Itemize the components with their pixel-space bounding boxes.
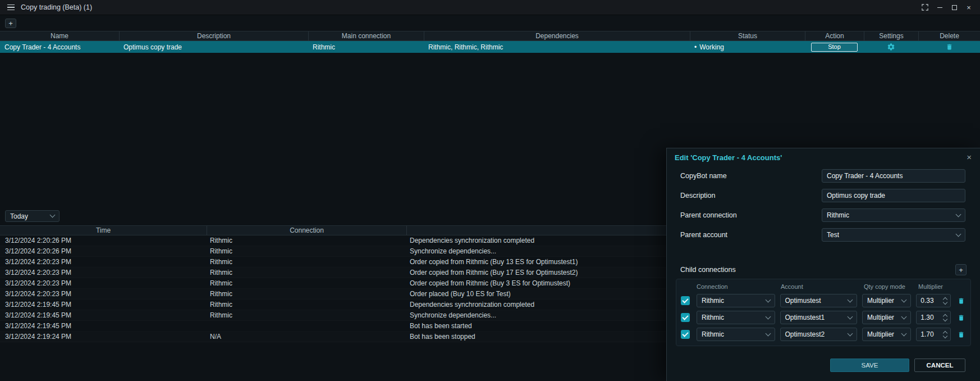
fullscreen-icon[interactable] xyxy=(919,2,931,13)
close-icon[interactable]: × xyxy=(963,2,974,13)
child-enabled-checkbox[interactable] xyxy=(681,313,690,322)
log-time: 3/12/2024 2:19:45 PM xyxy=(0,310,207,320)
bot-delete-cell xyxy=(918,41,980,53)
child-account-select[interactable]: Optimustest1 xyxy=(780,311,858,324)
app-window: Copy trading (Beta) (1) × + Name Descrip… xyxy=(0,0,980,381)
settings-gear-icon[interactable] xyxy=(887,43,895,51)
child-qty-mode-value: Multiplier xyxy=(867,314,894,321)
column-header-delete: Delete xyxy=(918,31,980,40)
description-label: Description xyxy=(680,192,822,199)
edit-bot-dialog: Edit 'Copy Trader - 4 Accounts' × CopyBo… xyxy=(666,148,980,381)
log-time: 3/12/2024 2:20:23 PM xyxy=(0,289,207,299)
toolbar: + xyxy=(0,15,980,31)
save-button[interactable]: SAVE xyxy=(830,359,909,372)
log-connection: Rithmic xyxy=(207,289,406,299)
child-qty-mode-select[interactable]: Multiplier xyxy=(862,294,911,307)
bots-table-header: Name Description Main connection Depende… xyxy=(0,31,980,41)
menu-icon[interactable] xyxy=(6,2,16,12)
multiplier-stepper[interactable] xyxy=(944,332,950,338)
child-multiplier-input[interactable] xyxy=(917,297,944,305)
parent-connection-value: Rithmic xyxy=(827,211,849,219)
child-account-select[interactable]: Optimustest xyxy=(780,294,858,307)
add-child-connection-button[interactable]: + xyxy=(955,264,967,275)
log-connection xyxy=(207,321,406,331)
child-enabled-checkbox[interactable] xyxy=(681,330,690,339)
child-multiplier-input[interactable] xyxy=(917,330,944,338)
parent-connection-select[interactable]: Rithmic xyxy=(822,208,965,222)
log-connection: Rithmic xyxy=(207,246,406,256)
log-connection: Rithmic xyxy=(207,267,406,278)
description-field[interactable] xyxy=(822,189,965,202)
add-bot-button[interactable]: + xyxy=(5,19,16,28)
child-enabled-checkbox[interactable] xyxy=(681,296,690,305)
column-header-dependencies: Dependencies xyxy=(424,31,690,40)
child-connections-title: Child connections xyxy=(680,266,736,274)
chevron-down-icon xyxy=(765,297,771,302)
child-delete-trash-icon[interactable] xyxy=(956,329,966,340)
child-column-account: Account xyxy=(781,283,864,290)
parent-account-select[interactable]: Test xyxy=(822,228,965,242)
log-connection: Rithmic xyxy=(207,257,406,267)
child-qty-mode-select[interactable]: Multiplier xyxy=(862,311,911,324)
dialog-close-icon[interactable]: × xyxy=(965,151,973,163)
child-connection-select[interactable]: Rithmic xyxy=(697,294,775,307)
child-multiplier-field xyxy=(916,311,951,324)
log-filter-select[interactable]: Today xyxy=(5,210,59,222)
log-column-time: Time xyxy=(0,226,207,235)
status-text: Working xyxy=(699,43,724,51)
bot-status-cell: • Working xyxy=(690,41,805,53)
child-multiplier-field xyxy=(916,294,951,307)
child-connection-value: Rithmic xyxy=(702,330,724,338)
cancel-button[interactable]: CANCEL xyxy=(914,359,965,372)
log-filter-value: Today xyxy=(10,212,28,220)
log-time: 3/12/2024 2:20:23 PM xyxy=(0,267,207,278)
chevron-down-icon xyxy=(901,314,907,319)
bot-row[interactable]: Copy Trader - 4 Accounts Optimus copy tr… xyxy=(0,41,980,53)
maximize-icon[interactable] xyxy=(949,2,960,13)
child-multiplier-field xyxy=(916,328,951,341)
chevron-down-icon xyxy=(848,314,853,319)
multiplier-stepper[interactable] xyxy=(944,298,950,304)
bot-settings-cell xyxy=(864,41,918,53)
child-delete-trash-icon[interactable] xyxy=(956,295,966,306)
log-time: 3/12/2024 2:20:23 PM xyxy=(0,278,207,288)
log-time: 3/12/2024 2:20:26 PM xyxy=(0,235,207,246)
child-connection-select[interactable]: Rithmic xyxy=(697,311,775,324)
chevron-down-icon xyxy=(765,314,771,319)
child-connection-value: Rithmic xyxy=(702,314,724,321)
parent-connection-label: Parent connection xyxy=(680,211,822,219)
log-connection: N/A xyxy=(207,332,406,342)
child-account-value: Optimustest xyxy=(785,297,821,305)
stop-button[interactable]: Stop xyxy=(811,43,858,52)
child-qty-mode-value: Multiplier xyxy=(867,297,894,305)
dialog-footer: SAVE CANCEL xyxy=(830,359,965,372)
window-controls: × xyxy=(919,2,974,13)
column-header-name: Name xyxy=(0,31,119,40)
child-column-multiplier: Multiplier xyxy=(918,283,958,290)
chevron-down-icon xyxy=(901,297,907,302)
log-time: 3/12/2024 2:19:45 PM xyxy=(0,321,207,331)
bot-action-cell: Stop xyxy=(805,41,864,53)
dialog-form: CopyBot name Description Parent connecti… xyxy=(680,169,965,248)
child-qty-mode-select[interactable]: Multiplier xyxy=(862,328,911,341)
child-delete-trash-icon[interactable] xyxy=(956,312,966,323)
child-connection-select[interactable]: Rithmic xyxy=(697,328,775,341)
window-title: Copy trading (Beta) (1) xyxy=(21,3,92,11)
minimize-icon[interactable] xyxy=(934,2,945,13)
child-multiplier-input[interactable] xyxy=(917,314,944,321)
copybot-name-label: CopyBot name xyxy=(680,172,822,180)
child-connections-header: Child connections + xyxy=(680,264,967,275)
chevron-down-icon xyxy=(50,212,56,218)
child-account-select[interactable]: Optimustest2 xyxy=(780,328,858,341)
titlebar: Copy trading (Beta) (1) × xyxy=(0,0,980,15)
multiplier-stepper[interactable] xyxy=(944,315,950,321)
log-time: 3/12/2024 2:19:24 PM xyxy=(0,332,207,342)
copybot-name-field[interactable] xyxy=(822,169,965,183)
column-header-action: Action xyxy=(805,31,864,40)
chevron-down-icon xyxy=(848,297,853,302)
child-account-value: Optimustest2 xyxy=(785,330,825,338)
bot-description-cell: Optimus copy trade xyxy=(119,41,308,53)
child-columns-header: Connection Account Qty copy mode Multipl… xyxy=(681,282,966,292)
delete-trash-icon[interactable] xyxy=(946,43,953,51)
column-header-settings: Settings xyxy=(864,31,918,40)
